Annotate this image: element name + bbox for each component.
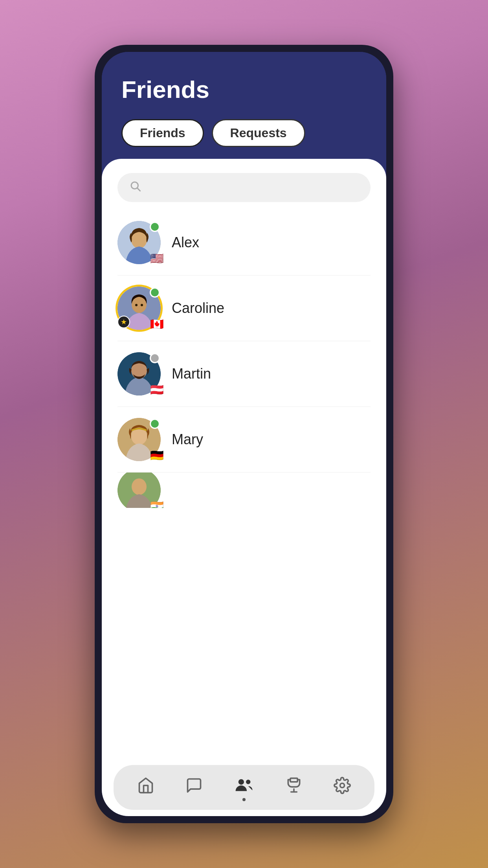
tab-friends[interactable]: Friends	[121, 119, 204, 147]
status-dot-caroline	[150, 287, 160, 298]
flag-partial: 🇮🇳	[150, 501, 164, 508]
svg-point-13	[132, 478, 147, 495]
list-item[interactable]: 🇦🇹 Martin	[117, 341, 371, 407]
list-item[interactable]: 🇨🇦 ★ Caroline	[117, 276, 371, 341]
avatar-mary: 🇩🇪	[117, 418, 161, 461]
svg-line-1	[138, 188, 140, 191]
friend-name-alex: Alex	[172, 234, 199, 251]
nav-home[interactable]	[129, 774, 162, 801]
tabs-row: Friends Requests	[121, 119, 367, 147]
flag-martin: 🇦🇹	[150, 384, 164, 395]
svg-point-7	[141, 304, 143, 306]
search-input[interactable]	[147, 181, 359, 194]
phone-screen: Friends Friends Requests	[102, 52, 386, 816]
chat-icon	[185, 777, 203, 798]
nav-chat[interactable]	[178, 774, 211, 801]
phone-frame: Friends Friends Requests	[95, 45, 393, 823]
avatar-partial: 🇮🇳	[117, 473, 161, 508]
status-dot-martin	[150, 353, 160, 363]
svg-point-6	[135, 304, 138, 306]
nav-trophy[interactable]	[277, 774, 310, 801]
nav-settings[interactable]	[326, 774, 359, 801]
tab-requests[interactable]: Requests	[212, 119, 305, 147]
flag-mary: 🇩🇪	[150, 450, 164, 461]
list-item[interactable]: 🇩🇪 Mary	[117, 407, 371, 473]
avatar-martin: 🇦🇹	[117, 352, 161, 395]
svg-rect-17	[290, 778, 297, 782]
friend-name-martin: Martin	[172, 366, 211, 382]
search-bar[interactable]	[117, 173, 371, 202]
bottom-nav	[114, 765, 374, 810]
status-dot-mary	[150, 419, 160, 429]
gear-icon	[334, 777, 351, 798]
friends-list: 🇺🇸 Alex	[102, 210, 386, 759]
avatar-alex: 🇺🇸	[117, 221, 161, 264]
svg-point-15	[246, 780, 250, 784]
flag-alex: 🇺🇸	[150, 253, 164, 264]
page-title: Friends	[121, 75, 367, 103]
flag-caroline: 🇨🇦	[150, 319, 164, 330]
home-icon	[137, 777, 154, 798]
svg-point-18	[340, 783, 345, 788]
avatar-caroline: 🇨🇦 ★	[117, 287, 161, 330]
header: Friends Friends Requests	[102, 52, 386, 159]
people-icon	[234, 777, 254, 798]
star-badge-caroline: ★	[117, 316, 130, 328]
trophy-icon	[285, 777, 303, 798]
status-dot-alex	[150, 222, 160, 232]
nav-friends[interactable]	[226, 774, 262, 801]
friend-name-caroline: Caroline	[172, 300, 224, 316]
content-area: 🇺🇸 Alex	[102, 159, 386, 816]
active-dot	[242, 798, 246, 801]
list-item-partial[interactable]: 🇮🇳	[117, 473, 371, 508]
list-item[interactable]: 🇺🇸 Alex	[117, 210, 371, 276]
friend-name-mary: Mary	[172, 431, 203, 448]
svg-point-14	[238, 779, 244, 785]
search-icon	[129, 180, 141, 195]
